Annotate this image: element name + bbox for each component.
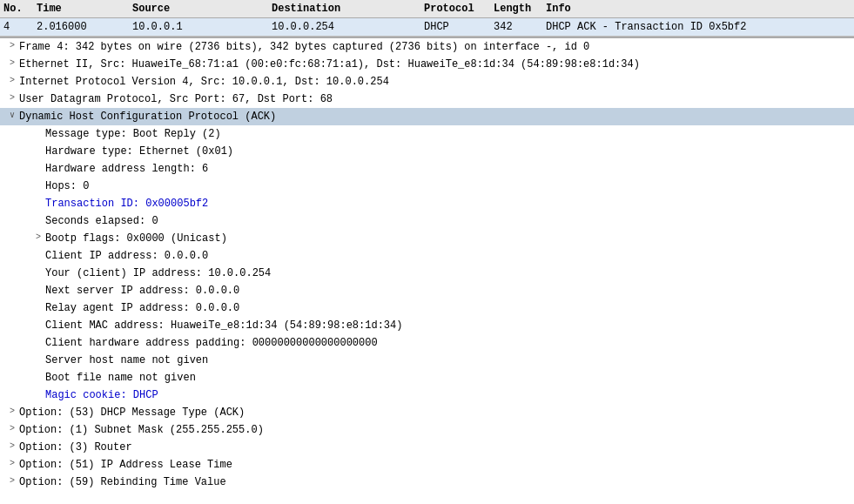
detail-row-hw-len: Hardware address length: 6 [0, 160, 854, 178]
header-info: Info [542, 2, 854, 16]
detail-panel: >Frame 4: 342 bytes on wire (2736 bits),… [0, 37, 854, 491]
detail-row-opt53[interactable]: >Option: (53) DHCP Message Type (ACK) [0, 404, 854, 421]
header-source: Source [129, 2, 268, 16]
expand-icon[interactable]: ∨ [5, 109, 19, 122]
detail-text-your-ip: Your (client) IP address: 10.0.0.254 [45, 265, 271, 281]
packet-no: 4 [0, 20, 33, 34]
expand-icon[interactable]: > [5, 440, 19, 453]
detail-text-next-ip: Next server IP address: 0.0.0.0 [45, 283, 239, 299]
header-length: Length [490, 2, 542, 16]
detail-row-hops: Hops: 0 [0, 178, 854, 195]
detail-row-server-host: Server host name not given [0, 352, 854, 369]
header-protocol: Protocol [420, 2, 490, 16]
detail-text-dhcp: Dynamic Host Configuration Protocol (ACK… [19, 109, 276, 124]
packet-list: No. Time Source Destination Protocol Len… [0, 0, 854, 37]
expand-icon[interactable]: > [5, 405, 19, 418]
packet-destination: 10.0.0.254 [268, 20, 420, 34]
detail-row-client-ip: Client IP address: 0.0.0.0 [0, 247, 854, 265]
detail-text-opt51: Option: (51) IP Address Lease Time [19, 457, 232, 473]
detail-row-opt1[interactable]: >Option: (1) Subnet Mask (255.255.255.0) [0, 421, 854, 439]
detail-row-secs: Seconds elapsed: 0 [0, 212, 854, 230]
detail-text-opt1: Option: (1) Subnet Mask (255.255.255.0) [19, 422, 264, 438]
detail-row-client-mac: Client MAC address: HuaweiTe_e8:1d:34 (5… [0, 317, 854, 334]
detail-text-ethernet: Ethernet II, Src: HuaweiTe_68:71:a1 (00:… [19, 57, 640, 72]
detail-row-frame[interactable]: >Frame 4: 342 bytes on wire (2736 bits),… [0, 38, 854, 56]
detail-row-opt59[interactable]: >Option: (59) Rebinding Time Value [0, 474, 854, 491]
packet-time: 2.016000 [33, 20, 129, 34]
expand-icon[interactable]: > [5, 457, 19, 470]
detail-text-opt53: Option: (53) DHCP Message Type (ACK) [19, 405, 245, 420]
header-time: Time [33, 2, 129, 16]
detail-row-tx-id: Transaction ID: 0x00005bf2 [0, 195, 854, 212]
detail-row-msg-type: Message type: Boot Reply (2) [0, 125, 854, 143]
detail-text-ip: Internet Protocol Version 4, Src: 10.0.0… [19, 74, 389, 90]
header-destination: Destination [268, 2, 420, 16]
detail-text-hw-type: Hardware type: Ethernet (0x01) [45, 144, 233, 159]
detail-row-ethernet[interactable]: >Ethernet II, Src: HuaweiTe_68:71:a1 (00… [0, 56, 854, 73]
expand-icon[interactable]: > [5, 474, 19, 487]
detail-text-msg-type: Message type: Boot Reply (2) [45, 126, 221, 142]
detail-text-relay-ip: Relay agent IP address: 0.0.0.0 [45, 300, 239, 316]
packet-source: 10.0.0.1 [129, 20, 268, 34]
detail-text-bootp-flags: Bootp flags: 0x0000 (Unicast) [45, 231, 227, 246]
table-header: No. Time Source Destination Protocol Len… [0, 0, 854, 18]
expand-icon[interactable]: > [5, 91, 19, 104]
detail-text-hops: Hops: 0 [45, 178, 89, 194]
detail-row-dhcp[interactable]: ∨Dynamic Host Configuration Protocol (AC… [0, 108, 854, 125]
expand-icon[interactable]: > [31, 231, 45, 244]
detail-text-server-host: Server host name not given [45, 353, 208, 368]
detail-row-relay-ip: Relay agent IP address: 0.0.0.0 [0, 299, 854, 317]
detail-row-bootp-flags[interactable]: >Bootp flags: 0x0000 (Unicast) [0, 230, 854, 247]
expand-icon[interactable]: > [5, 74, 19, 87]
header-no: No. [0, 2, 33, 16]
detail-text-client-ip: Client IP address: 0.0.0.0 [45, 248, 208, 264]
expand-icon[interactable]: > [5, 39, 19, 52]
detail-text-boot-file: Boot file name not given [45, 370, 196, 386]
detail-row-opt51[interactable]: >Option: (51) IP Address Lease Time [0, 456, 854, 474]
expand-icon[interactable]: > [5, 57, 19, 70]
detail-row-ip[interactable]: >Internet Protocol Version 4, Src: 10.0.… [0, 73, 854, 91]
detail-text-magic-cookie: Magic cookie: DHCP [45, 387, 158, 403]
detail-text-secs: Seconds elapsed: 0 [45, 213, 158, 229]
detail-text-client-hw-pad: Client hardware address padding: 0000000… [45, 335, 378, 351]
detail-text-tx-id: Transaction ID: 0x00005bf2 [45, 196, 208, 212]
expand-icon[interactable]: > [5, 422, 19, 435]
detail-row-hw-type: Hardware type: Ethernet (0x01) [0, 143, 854, 160]
packet-info: DHCP ACK - Transaction ID 0x5bf2 [542, 20, 854, 34]
detail-text-client-mac: Client MAC address: HuaweiTe_e8:1d:34 (5… [45, 318, 402, 333]
detail-row-next-ip: Next server IP address: 0.0.0.0 [0, 282, 854, 299]
detail-row-boot-file: Boot file name not given [0, 369, 854, 386]
detail-text-opt59: Option: (59) Rebinding Time Value [19, 474, 226, 490]
detail-row-udp[interactable]: >User Datagram Protocol, Src Port: 67, D… [0, 91, 854, 108]
detail-row-opt3[interactable]: >Option: (3) Router [0, 439, 854, 456]
detail-row-client-hw-pad: Client hardware address padding: 0000000… [0, 334, 854, 352]
detail-text-udp: User Datagram Protocol, Src Port: 67, Ds… [19, 91, 333, 107]
packet-row[interactable]: 4 2.016000 10.0.0.1 10.0.0.254 DHCP 342 … [0, 18, 854, 37]
detail-row-your-ip: Your (client) IP address: 10.0.0.254 [0, 265, 854, 282]
detail-text-hw-len: Hardware address length: 6 [45, 161, 208, 177]
detail-row-magic-cookie: Magic cookie: DHCP [0, 386, 854, 404]
detail-text-opt3: Option: (3) Router [19, 440, 132, 455]
packet-protocol: DHCP [420, 20, 490, 34]
packet-length: 342 [490, 20, 542, 34]
detail-text-frame: Frame 4: 342 bytes on wire (2736 bits), … [19, 39, 589, 55]
